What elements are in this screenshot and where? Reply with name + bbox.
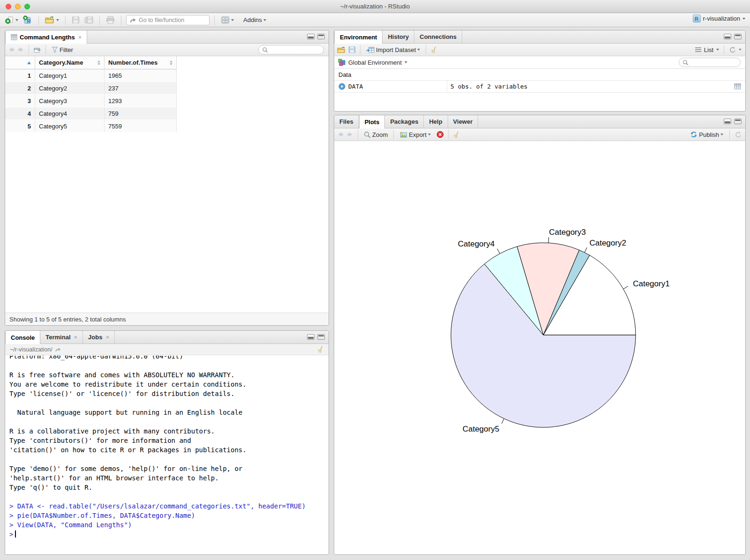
save-all-button[interactable]: [83, 15, 95, 25]
zoom-magnifier-icon: [364, 131, 371, 138]
environment-tabstrip: Environment History Connections: [334, 30, 745, 44]
environment-object-row[interactable]: DATA 5 obs. of 2 variables: [334, 81, 745, 93]
pie-label: Category4: [458, 239, 495, 248]
refresh-plots-icon[interactable]: [735, 131, 742, 138]
new-project-button[interactable]: R: [22, 15, 34, 25]
tab-close-icon[interactable]: ×: [78, 34, 82, 41]
clear-plots-icon[interactable]: [453, 131, 460, 138]
maximize-pane-icon[interactable]: [734, 34, 742, 39]
goto-file-input[interactable]: [139, 17, 200, 23]
data-viewer-search-input[interactable]: [270, 46, 320, 53]
save-button[interactable]: [70, 15, 81, 25]
close-window-button[interactable]: [6, 4, 11, 9]
environment-search-input[interactable]: [690, 59, 737, 66]
remove-plot-icon[interactable]: [436, 131, 444, 138]
tab-viewer[interactable]: Viewer: [448, 115, 479, 128]
import-dataset-label: Import Dataset: [376, 46, 416, 53]
goto-file-box[interactable]: [126, 15, 210, 25]
project-icon: R: [693, 15, 701, 22]
tab-console[interactable]: Console: [5, 331, 40, 344]
minimize-pane-icon[interactable]: [724, 119, 731, 124]
table-row[interactable]: 4 Category4 759: [5, 107, 177, 120]
column-header-rownum[interactable]: [5, 56, 35, 69]
global-environment-caret: [405, 61, 407, 63]
forward-icon[interactable]: [17, 46, 24, 53]
environment-section-header: Data: [334, 69, 745, 81]
export-plot-button[interactable]: Export: [398, 130, 432, 139]
global-environment-selector[interactable]: Global Environment: [348, 59, 402, 66]
column-header-name[interactable]: Category.Name: [35, 56, 105, 69]
import-dataset-icon: [366, 46, 375, 53]
tab-jobs[interactable]: Jobs ×: [83, 331, 115, 343]
minimize-pane-icon[interactable]: [307, 34, 315, 39]
print-button[interactable]: [105, 15, 116, 25]
zoom-window-button[interactable]: [24, 4, 30, 9]
refresh-icon[interactable]: [729, 46, 736, 53]
view-object-icon[interactable]: [734, 83, 741, 90]
pie-label-tick: [548, 238, 549, 243]
open-new-window-icon[interactable]: [33, 46, 41, 53]
pie-label-tick: [497, 249, 500, 254]
plots-toolbar: Zoom Export: [334, 128, 745, 141]
tab-terminal[interactable]: Terminal ×: [40, 331, 83, 343]
load-workspace-icon[interactable]: [337, 46, 346, 53]
clear-objects-icon[interactable]: [430, 46, 438, 53]
row-number: 2: [5, 82, 35, 94]
table-row[interactable]: 1 Category1 1965: [5, 69, 177, 82]
publish-button[interactable]: Publish: [689, 130, 725, 139]
list-view-label[interactable]: List: [704, 46, 713, 53]
expand-object-icon[interactable]: [338, 83, 345, 90]
clear-console-icon[interactable]: [317, 346, 324, 353]
console-output[interactable]: Platform: x86_64-apple-darwin15.6.0 (64-…: [5, 356, 329, 554]
column-header-times[interactable]: Number.of.Times: [105, 56, 177, 69]
table-row[interactable]: 3 Category3 1293: [5, 95, 177, 107]
open-directory-icon[interactable]: [55, 346, 61, 352]
tab-label: Console: [11, 334, 35, 341]
next-plot-icon[interactable]: [346, 131, 353, 138]
tab-history[interactable]: History: [382, 30, 414, 43]
minimize-pane-icon[interactable]: [307, 334, 315, 340]
import-dataset-button[interactable]: Import Dataset: [365, 45, 421, 54]
project-menu-button[interactable]: R r-visualization: [693, 15, 745, 22]
tab-label: History: [388, 33, 409, 40]
tab-plots[interactable]: Plots: [359, 115, 385, 128]
open-file-button[interactable]: [44, 15, 60, 25]
tab-close-icon[interactable]: ×: [105, 334, 109, 341]
maximize-pane-icon[interactable]: [317, 334, 325, 340]
table-row[interactable]: 5 Category5 7559: [5, 120, 177, 133]
rstudio-window: ~/r-visualization - RStudio R: [0, 0, 750, 560]
environment-search[interactable]: [679, 58, 741, 67]
tab-connections[interactable]: Connections: [414, 30, 462, 43]
tab-help[interactable]: Help: [424, 115, 448, 128]
environment-toolbar: Import Dataset List: [334, 44, 745, 56]
pie-label: Category5: [463, 425, 499, 433]
new-file-button[interactable]: [4, 15, 20, 25]
tab-command-lengths[interactable]: Command Lengths ×: [5, 30, 87, 44]
previous-plot-icon[interactable]: [337, 131, 344, 138]
zoom-plot-button[interactable]: Zoom: [362, 130, 389, 139]
project-caret: [742, 18, 745, 20]
filter-button[interactable]: Filter: [50, 45, 75, 54]
data-viewer-search[interactable]: [258, 45, 324, 54]
pane-layout-button[interactable]: [219, 15, 235, 25]
tab-packages[interactable]: Packages: [385, 115, 424, 128]
new-project-icon: R: [23, 15, 32, 24]
back-icon[interactable]: [8, 46, 15, 53]
addins-button[interactable]: Addins: [242, 15, 268, 24]
console-path-bar: ~/r-visualization/: [5, 344, 329, 355]
table-row[interactable]: 2 Category2 237: [5, 82, 177, 95]
minimize-window-button[interactable]: [15, 4, 21, 9]
row-number: 3: [5, 95, 35, 107]
maximize-pane-icon[interactable]: [734, 119, 742, 124]
tab-environment[interactable]: Environment: [334, 30, 382, 44]
plots-tabstrip: Files Plots Packages Help Viewer: [334, 115, 745, 128]
save-workspace-icon[interactable]: [348, 46, 356, 53]
minimize-pane-icon[interactable]: [724, 34, 731, 39]
tab-files[interactable]: Files: [334, 115, 359, 128]
row-number: 4: [5, 107, 35, 119]
pie-label: Category1: [633, 279, 669, 288]
r-cube-letter: R: [27, 19, 30, 24]
tab-close-icon[interactable]: ×: [74, 334, 78, 341]
sort-icons: [98, 60, 100, 65]
maximize-pane-icon[interactable]: [317, 34, 325, 39]
